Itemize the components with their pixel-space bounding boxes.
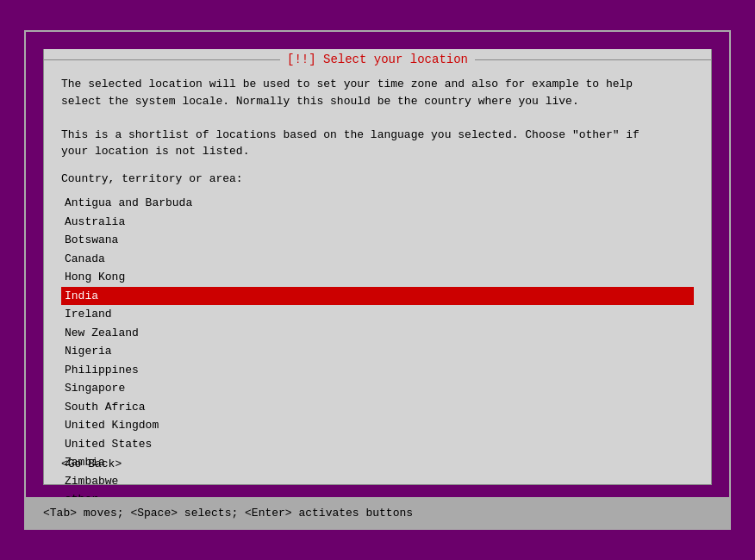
country-list-item[interactable]: Zambia <box>61 453 694 472</box>
country-list-item[interactable]: New Zealand <box>61 324 694 343</box>
country-list-item[interactable]: Ireland <box>61 305 694 324</box>
go-back-button[interactable]: <Go Back> <box>61 457 122 470</box>
country-list-item[interactable]: South Africa <box>61 398 694 417</box>
country-list-item[interactable]: United Kingdom <box>61 416 694 435</box>
outer-border: [!!] Select your location The selected l… <box>24 30 731 530</box>
dialog-box: [!!] Select your location The selected l… <box>43 49 712 485</box>
title-bar: [!!] Select your location <box>44 49 711 70</box>
country-list-item[interactable]: Australia <box>61 213 694 232</box>
country-list-item[interactable]: United States <box>61 435 694 454</box>
description: The selected location will be used to se… <box>61 76 694 160</box>
country-list-item[interactable]: Singapore <box>61 379 694 398</box>
country-list-item[interactable]: Nigeria <box>61 342 694 361</box>
country-label: Country, territory or area: <box>61 171 694 188</box>
desc-line4: This is a shortlist of locations based o… <box>61 127 694 144</box>
country-list-item[interactable]: Hong Kong <box>61 268 694 287</box>
desc-line2: select the system locale. Normally this … <box>61 93 694 110</box>
status-text: <Tab> moves; <Space> selects; <Enter> ac… <box>43 507 413 520</box>
dialog-title: [!!] Select your location <box>280 53 475 66</box>
status-bar: <Tab> moves; <Space> selects; <Enter> ac… <box>26 497 729 528</box>
dialog-content: The selected location will be used to se… <box>44 62 711 523</box>
country-list-item[interactable]: India <box>61 287 694 306</box>
desc-line1: The selected location will be used to se… <box>61 76 694 93</box>
country-list-item[interactable]: Canada <box>61 250 694 269</box>
country-list[interactable]: Antigua and BarbudaAustraliaBotswanaCana… <box>61 194 694 509</box>
country-list-item[interactable]: Antigua and Barbuda <box>61 194 694 213</box>
desc-line5: your location is not listed. <box>61 143 694 160</box>
country-list-item[interactable]: Botswana <box>61 231 694 250</box>
country-list-item[interactable]: Zimbabwe <box>61 472 694 491</box>
country-list-item[interactable]: Philippines <box>61 361 694 380</box>
